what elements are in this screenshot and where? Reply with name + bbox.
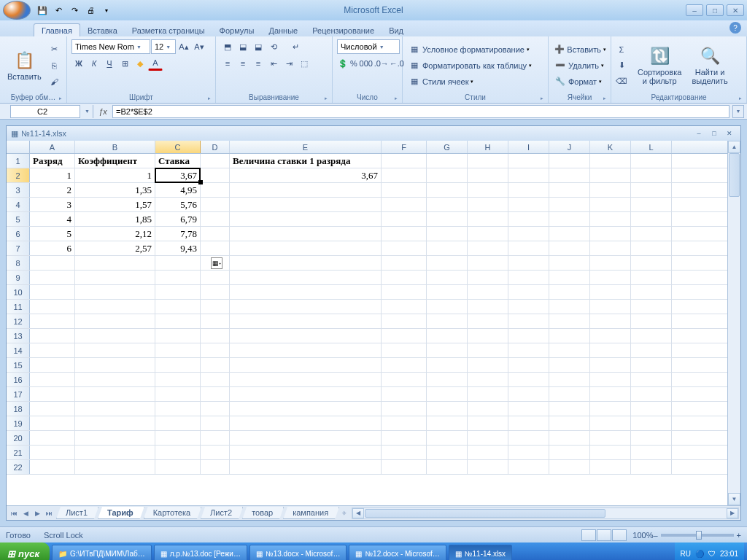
cell[interactable] <box>631 416 672 430</box>
cell[interactable] <box>30 358 75 372</box>
sheet-tab[interactable]: Картотека <box>144 507 201 519</box>
cell[interactable]: 1,35 <box>75 183 155 197</box>
align-bottom-icon[interactable]: ⬓ <box>251 39 266 54</box>
tab-home[interactable]: Главная <box>34 23 80 36</box>
cell[interactable] <box>549 256 590 270</box>
sheet-tab[interactable]: товар <box>242 507 284 519</box>
cell[interactable] <box>590 416 631 430</box>
cell[interactable] <box>30 343 75 357</box>
row-header[interactable]: 7 <box>7 241 30 255</box>
cell[interactable] <box>230 227 382 241</box>
select-all-corner[interactable] <box>7 141 30 153</box>
cell[interactable] <box>30 416 75 430</box>
row-header[interactable]: 8 <box>7 256 30 270</box>
bold-icon[interactable]: Ж <box>71 56 86 71</box>
row-header[interactable]: 2 <box>7 168 30 182</box>
cell[interactable] <box>230 256 382 270</box>
align-middle-icon[interactable]: ⬓ <box>236 39 250 54</box>
cell[interactable] <box>155 343 201 357</box>
cell[interactable] <box>427 285 468 299</box>
cell[interactable] <box>230 460 382 474</box>
cell[interactable] <box>201 402 230 416</box>
cell[interactable] <box>508 387 549 401</box>
cell[interactable] <box>75 446 155 459</box>
cell[interactable] <box>549 358 590 372</box>
cell[interactable] <box>468 358 508 372</box>
cell[interactable] <box>590 271 631 284</box>
cell[interactable] <box>201 183 230 197</box>
cell[interactable] <box>427 271 468 284</box>
cell[interactable] <box>427 387 468 401</box>
cell[interactable] <box>155 358 201 372</box>
cell[interactable] <box>427 212 468 226</box>
cell[interactable] <box>549 460 590 474</box>
wb-maximize[interactable]: □ <box>708 128 721 139</box>
zoom-slider[interactable] <box>661 534 734 537</box>
cell[interactable] <box>75 431 155 445</box>
wb-minimize[interactable]: – <box>692 128 705 139</box>
scroll-down-icon[interactable]: ▼ <box>728 493 740 505</box>
cell[interactable]: 1,85 <box>75 212 155 226</box>
view-normal-icon[interactable] <box>581 529 596 541</box>
start-button[interactable]: ⊞ пуск <box>0 542 50 560</box>
cell[interactable] <box>155 446 201 459</box>
cell[interactable] <box>427 227 468 241</box>
cell[interactable] <box>631 300 672 314</box>
fill-color-icon[interactable]: ◆ <box>133 56 147 71</box>
grow-font-icon[interactable]: A▴ <box>177 39 191 54</box>
vertical-scrollbar[interactable]: ▲ ▼ <box>727 141 740 505</box>
cell[interactable] <box>75 329 155 343</box>
cell[interactable] <box>468 446 508 459</box>
insert-cells-button[interactable]: ➕Вставить▾ <box>553 42 606 57</box>
tab-insert[interactable]: Вставка <box>80 24 125 36</box>
cell[interactable] <box>549 241 590 255</box>
cell[interactable]: 3,67 <box>230 168 382 182</box>
name-box-dropdown[interactable]: ▼ <box>82 105 93 118</box>
cell[interactable] <box>201 285 230 299</box>
col-header-E[interactable]: E <box>230 141 382 153</box>
zoom-in-icon[interactable]: + <box>737 531 741 540</box>
row-header[interactable]: 10 <box>7 285 30 299</box>
cell[interactable] <box>155 431 201 445</box>
column-headers[interactable]: ABCDEFGHIJKL <box>7 141 727 154</box>
cell[interactable] <box>508 460 549 474</box>
cell[interactable] <box>549 227 590 241</box>
cell[interactable] <box>631 373 672 386</box>
cell[interactable] <box>155 285 201 299</box>
view-pagelayout-icon[interactable] <box>597 529 611 541</box>
col-header-B[interactable]: B <box>75 141 155 153</box>
italic-icon[interactable]: К <box>87 56 101 71</box>
cell[interactable] <box>382 329 427 343</box>
cell[interactable] <box>549 285 590 299</box>
cell[interactable] <box>427 373 468 386</box>
cell[interactable]: 6 <box>30 241 75 255</box>
cell[interactable] <box>468 154 508 168</box>
inc-decimal-icon[interactable]: .0→ <box>374 56 389 71</box>
autofill-options-icon[interactable]: ▦+ <box>211 257 222 269</box>
cell[interactable] <box>590 227 631 241</box>
tab-nav-next[interactable]: ▶ <box>31 508 43 519</box>
system-tray[interactable]: RU 🔵 🛡 23:01 <box>675 542 744 560</box>
cell[interactable] <box>75 314 155 328</box>
cell[interactable] <box>468 373 508 386</box>
cell[interactable] <box>155 373 201 386</box>
cell[interactable]: Коэффициент <box>75 154 155 168</box>
cell[interactable] <box>75 343 155 357</box>
cell[interactable] <box>468 241 508 255</box>
cell[interactable] <box>590 460 631 474</box>
hscroll-thumb[interactable] <box>365 509 605 518</box>
col-header-C[interactable]: C <box>155 141 201 153</box>
cell[interactable] <box>75 373 155 386</box>
align-center-icon[interactable]: ≡ <box>236 56 250 71</box>
cell[interactable] <box>508 431 549 445</box>
cell[interactable] <box>508 329 549 343</box>
cell[interactable] <box>468 402 508 416</box>
cell[interactable] <box>468 431 508 445</box>
cell[interactable] <box>230 431 382 445</box>
cell[interactable] <box>508 241 549 255</box>
cell[interactable] <box>201 446 230 459</box>
cell[interactable]: 4,95 <box>155 183 201 197</box>
cell[interactable] <box>590 387 631 401</box>
cell[interactable]: 7,78 <box>155 227 201 241</box>
cell[interactable] <box>201 416 230 430</box>
